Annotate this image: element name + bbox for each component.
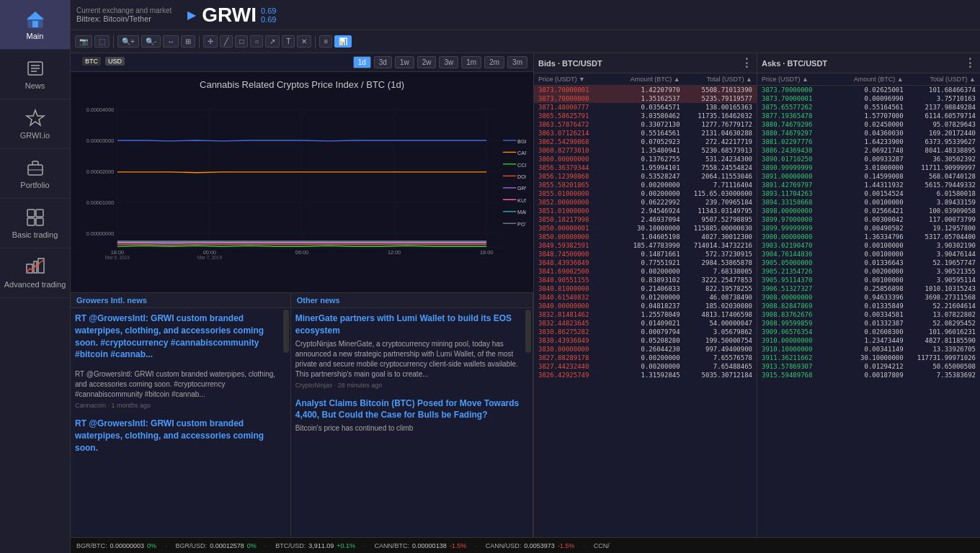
toolbar-camera[interactable]: 📷	[75, 35, 92, 48]
ask-row[interactable]: 3908.82847869 0.01335849 52.21604614	[757, 302, 980, 310]
period-2m[interactable]: 2m	[484, 56, 504, 68]
ask-row[interactable]: 3905.95114370 0.00100000 3.90595114	[757, 276, 980, 284]
ask-row[interactable]: 3904.76144036 0.00100000 3.90476144	[757, 250, 980, 258]
bid-row[interactable]: 3840.90551155 0.83893102 3222.25477853	[534, 276, 757, 284]
bid-row[interactable]: 3873.70000001 1.42207970 5508.71013390	[534, 86, 757, 94]
news-scroll-thumb[interactable]	[283, 310, 289, 353]
toolbar-rect[interactable]: □	[235, 35, 248, 48]
bid-row[interactable]: 3841.69002500 0.00200000 7.68338005	[534, 267, 757, 276]
period-3d[interactable]: 3d	[374, 56, 392, 68]
ask-row[interactable]: 3877.19365478 1.57707000 6114.60579714	[757, 112, 980, 120]
bid-row[interactable]: 3850.00000000 1.04605198 4027.30012300	[534, 233, 757, 241]
ask-row[interactable]: 3910.10000000 0.00341149 13.33926705	[757, 345, 980, 354]
news-scrollbar[interactable]	[282, 308, 290, 537]
ask-row[interactable]: 3908.83762676 0.00334581 13.07822802	[757, 310, 980, 319]
toolbar-circle[interactable]: ○	[250, 35, 263, 48]
ask-row[interactable]: 3908.99599859 0.01332387 52.08295452	[757, 319, 980, 328]
ask-row[interactable]: 3915.59489768 0.00187809 7.35383692	[757, 371, 980, 379]
bid-row[interactable]: 3860.82773010 1.35480941 5230.68573913	[534, 146, 757, 155]
bid-row[interactable]: 3848.74500000 0.14871661 572.37230915	[534, 250, 757, 258]
sidebar-item-portfolio[interactable]: Portfolio	[0, 149, 70, 199]
ask-row[interactable]: 3894.33158668 0.00100000 3.89433159	[757, 198, 980, 207]
bid-row[interactable]: 3850.00000001 30.10000000 115885.0000003…	[534, 224, 757, 233]
bid-row[interactable]: 3840.81000000 0.21406833 822.19578255	[534, 284, 757, 293]
bid-row[interactable]: 3863.57876472 0.33072130 1277.76779172	[534, 120, 757, 129]
bid-row[interactable]: 3860.00000000 0.13762755 531.24234300	[534, 155, 757, 163]
toolbar-grid[interactable]: ⊞	[181, 35, 195, 48]
ask-row[interactable]: 3908.00000000 0.94633396 3698.27311568	[757, 293, 980, 302]
bid-row[interactable]: 3830.00000000 0.26044230 997.49400900	[534, 345, 757, 354]
ask-row[interactable]: 3875.65577262 0.55164561 2137.98849284	[757, 103, 980, 112]
bid-row[interactable]: 3848.43936849 0.77551921 2984.53865878	[534, 258, 757, 267]
toolbar-crosshair[interactable]: ✛	[203, 35, 218, 48]
ask-row[interactable]: 3898.00000000 0.02566421 100.03909058	[757, 207, 980, 215]
bid-row[interactable]: 3871.48000777 0.03564571 138.00165363	[534, 103, 757, 112]
ask-row[interactable]: 3899.99999999 0.00490502 19.12957800	[757, 224, 980, 233]
other-news-headline-1[interactable]: MinerGate partners with Lumi Wallet to b…	[295, 313, 520, 337]
bid-row[interactable]: 3850.18217998 2.46937094 9507.52798895	[534, 215, 757, 224]
toolbar-zoom-out[interactable]: 🔍-	[141, 35, 161, 48]
nav-arrow[interactable]: ▶	[187, 8, 196, 22]
ask-row[interactable]: 3900.00000000 1.36334796 5317.05704400	[757, 233, 980, 241]
other-news-headline-2[interactable]: Analyst Claims Bitcoin (BTC) Posed for M…	[295, 397, 520, 422]
ask-row[interactable]: 3903.02190470 0.00100000 3.90302190	[757, 241, 980, 250]
btc-tag[interactable]: BTC	[82, 57, 101, 66]
period-2w[interactable]: 2w	[417, 56, 437, 68]
other-news-scrollbar[interactable]	[524, 308, 533, 537]
bid-row[interactable]: 3873.70000000 1.35162537 5235.79119577	[534, 94, 757, 103]
other-news-scroll-thumb[interactable]	[525, 310, 531, 353]
toolbar-save[interactable]: ⬚	[94, 35, 110, 48]
ask-row[interactable]: 3873.70000001 0.00096990 3.75710163	[757, 94, 980, 103]
bid-row[interactable]: 3840.00000000 0.04818237 185.02030080	[534, 302, 757, 310]
asks-scroll-indicator[interactable]: ⋮	[964, 56, 976, 70]
bid-row[interactable]: 3840.61540832 0.01200000 46.08738490	[534, 293, 757, 302]
ask-row[interactable]: 3880.74679297 0.04360030 169.20172440	[757, 129, 980, 138]
bid-row[interactable]: 3830.86275282 0.00079794 3.05679862	[534, 328, 757, 336]
ask-row[interactable]: 3873.70000000 0.02625001 101.68466374	[757, 86, 980, 94]
toolbar-text[interactable]: T	[282, 35, 295, 48]
bid-row[interactable]: 3851.01000000 2.94546924 11343.03149795	[534, 207, 757, 215]
bid-row[interactable]: 3832.81481462 1.25578049 4813.17406598	[534, 310, 757, 319]
ask-row[interactable]: 3891.42769797 1.44311932 5615.79449332	[757, 181, 980, 189]
usd-tag[interactable]: USD	[105, 57, 125, 66]
bid-row[interactable]: 3863.07126214 0.55164561 2131.04630288	[534, 129, 757, 138]
ask-row[interactable]: 3909.06576354 0.02608300 101.96016231	[757, 328, 980, 336]
news-headline-3[interactable]: RT @GrowersIntl: GRWI custom branded wat…	[75, 418, 277, 454]
toolbar-indicator[interactable]: ≡	[319, 35, 332, 48]
bid-row[interactable]: 3826.42925749 1.31592845 5035.30712184	[534, 371, 757, 379]
bid-row[interactable]: 3855.58201865 0.00200000 7.71116404	[534, 181, 757, 189]
ask-row[interactable]: 3910.00000000 1.23473449 4827.81185590	[757, 336, 980, 345]
news-headline-1[interactable]: RT @GrowersIntl: GRWI custom branded wat…	[75, 313, 277, 361]
sidebar-item-news[interactable]: News	[0, 50, 70, 99]
bid-row[interactable]: 3852.00000000 0.06222992 239.70965184	[534, 198, 757, 207]
period-3m[interactable]: 3m	[507, 56, 527, 68]
bid-row[interactable]: 3855.01000000 0.00200000 115.65.03000000	[534, 189, 757, 198]
sidebar-item-advanced-trading[interactable]: Advanced trading	[0, 248, 70, 298]
period-3w[interactable]: 3w	[439, 56, 458, 68]
ask-row[interactable]: 3906.51327327 0.25856898 1010.10315243	[757, 284, 980, 293]
bid-row[interactable]: 3865.58625791 3.03580462 11735.16462032	[534, 112, 757, 120]
ask-row[interactable]: 3890.01710250 0.00933287 36.30502392	[757, 155, 980, 163]
bid-row[interactable]: 3827.88289178 0.00200000 7.65576578	[534, 354, 757, 362]
toolbar-fit[interactable]: ↔	[163, 35, 179, 48]
sidebar-item-basic-trading[interactable]: Basic trading	[0, 199, 70, 248]
toolbar-arrow[interactable]: ↗	[265, 35, 280, 48]
bid-row[interactable]: 3856.36379344 1.95994101 7558.24554824	[534, 163, 757, 172]
bid-row[interactable]: 3827.44232440 0.00200000 7.65488465	[534, 362, 757, 371]
ask-row[interactable]: 3890.99999999 3.01000000 11711.90999997	[757, 163, 980, 172]
ask-row[interactable]: 3881.02297776 1.64233900 6373.95339627	[757, 138, 980, 146]
ask-row[interactable]: 3893.11704263 0.00154524 6.01580018	[757, 189, 980, 198]
ask-row[interactable]: 3905.21354726 0.00200000 3.90521355	[757, 267, 980, 276]
sidebar-item-main[interactable]: Main	[0, 0, 70, 50]
toolbar-zoom-in[interactable]: 🔍+	[117, 35, 139, 48]
period-1d[interactable]: 1d	[353, 56, 371, 68]
ask-row[interactable]: 3913.57869307 0.01294212 50.65000508	[757, 362, 980, 371]
ask-row[interactable]: 3891.00000000 0.14599008 568.04740128	[757, 172, 980, 181]
bid-row[interactable]: 3849.59382591 185.47783990 714014.347322…	[534, 241, 757, 250]
ask-row[interactable]: 3905.05000000 0.01336643 52.19657747	[757, 258, 980, 267]
bid-row[interactable]: 3832.44823645 0.01409021 54.00000047	[534, 319, 757, 328]
period-1w[interactable]: 1w	[395, 56, 414, 68]
bid-row[interactable]: 3856.12390868 0.53528247 2064.11553046	[534, 172, 757, 181]
toolbar-line[interactable]: ╱	[220, 35, 233, 48]
ask-row[interactable]: 3899.97000000 0.00300042 117.00073799	[757, 215, 980, 224]
